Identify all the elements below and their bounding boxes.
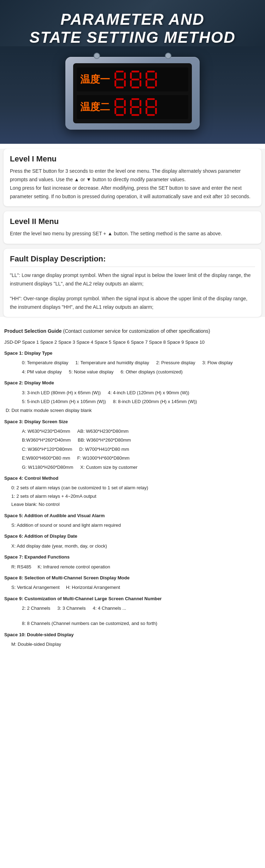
space1-1: 1: Temperature and humidity display [75, 359, 149, 367]
guide-note: (Contact customer service for customizat… [63, 328, 210, 334]
digit-1-3 [145, 70, 158, 89]
space2-5: 5: 5-inch LED (140mm (H) x 105mm (W)) [22, 397, 106, 406]
digit-2-3 [145, 97, 158, 117]
space3-b: B:W360*H*260*D40mm [22, 436, 71, 444]
space3-items: A: W630*H230*D40mm AB: W630*H230*D80mm B… [4, 427, 261, 471]
space1-6: 6: Other displays (customized) [120, 368, 183, 376]
space2-row1: 3: 3-inch LED (80mm (H) x 65mm (W)) 4: 4… [11, 389, 261, 397]
space3-bb: BB: W360*H*260*D80mm [78, 436, 131, 444]
guide-model-line: JSD-DP Space 1 Space 2 Space 3 Space 4 S… [4, 338, 261, 346]
space1-3: 3: Flow display [202, 359, 232, 367]
space5-items: S: Addition of sound or sound and light … [4, 521, 261, 529]
space2-label: Space 2: Display Mode [4, 379, 261, 387]
space10-label: Space 10: Double-sided Display [4, 631, 261, 639]
space2-row2: 5: 5-inch LED (140mm (H) x 105mm (W)) 8:… [11, 397, 261, 406]
digit-1-2 [129, 70, 142, 89]
space1-row2: 4: PM value display 5: Noise value displ… [11, 368, 261, 376]
header-section: PARAMETER AND STATE SETTING METHOD [0, 0, 265, 46]
space3-row5: G: W1180*H260*D80mm X: Custom size by cu… [11, 463, 261, 471]
guide-main-title: Product Selection Guide (Contact custome… [4, 327, 261, 336]
space1-label: Space 1: Display Type [4, 349, 261, 357]
space6-x: X: Add display date (year, month, day, o… [11, 542, 261, 550]
level1-title: Level I Menu [10, 154, 255, 164]
space9-items: 2: 2 Channels 3: 3 Channels 4: 4 Channel… [4, 604, 261, 628]
space3-e: E:W800*H600*D80 mm [22, 454, 70, 462]
space9-3: 3: 3 Channels [57, 604, 86, 612]
space5-s: S: Addition of sound or sound and light … [11, 521, 261, 529]
display-row-2: 温度二 [77, 95, 188, 119]
space4-label: Space 4: Control Method [4, 474, 261, 482]
space1-2: 2: Pressure display [156, 359, 195, 367]
space3-c: C: W360*H*120*D80mm [22, 445, 72, 453]
display-panel: 温度一 [73, 63, 192, 123]
space3-row4: E:W800*H600*D80 mm F: W1000*H*600*D80mm [11, 454, 261, 462]
guide-section: Product Selection Guide (Contact custome… [0, 322, 265, 655]
digit-2-2 [129, 97, 142, 117]
digit-2-1 [113, 97, 127, 117]
space3-ab: AB: W630*H230*D80mm [77, 427, 129, 435]
space7-items: R: RS485 K: Infrared remote control oper… [4, 563, 261, 571]
space8-label: Space 8: Selection of Multi-Channel Scre… [4, 574, 261, 582]
space1-0: 0: Temperature display [22, 359, 68, 367]
space2-items: 3: 3-inch LED (80mm (H) x 65mm (W)) 4: 4… [4, 389, 261, 406]
space3-row2: B:W360*H*260*D40mm BB: W360*H*260*D80mm [11, 436, 261, 444]
fault-item-2: "HH": Over-range display prompt symbol. … [10, 295, 255, 312]
device-area: 温度一 [0, 46, 265, 144]
level1-text: Press the SET button for 3 seconds to en… [10, 167, 255, 201]
space2-8: 8: 8-inch LED (200mm (H) x 145mm (W)) [113, 397, 197, 406]
space10-items: M: Double-sided Display [4, 640, 261, 648]
temp-label-1: 温度一 [80, 73, 110, 86]
space9-label: Space 9: Customization of Multi-Channel … [4, 595, 261, 603]
space6-label: Space 6: Addition of Display Date [4, 532, 261, 540]
digit-1-1 [113, 70, 127, 89]
header-title: PARAMETER AND STATE SETTING METHOD [7, 11, 258, 46]
seg-display-1 [113, 70, 158, 89]
space4-blank: Leave blank: No control [11, 500, 261, 508]
space9-row1: 2: 2 Channels 3: 3 Channels 4: 4 Channel… [11, 604, 261, 628]
space2-3: 3: 3-inch LED (80mm (H) x 65mm (W)) [22, 389, 101, 397]
space3-x: X: Custom size by customer [80, 463, 137, 471]
space9-4: 4: 4 Channels ... [93, 604, 126, 612]
space2-4: 4: 4-inch LED (120mm (H) x 90mm (W)) [108, 389, 189, 397]
space8-items: S: Vertical Arrangement H: Horizontal Ar… [4, 583, 261, 591]
content-section: Level I Menu Press the SET button for 3 … [0, 149, 265, 317]
device-box: 温度一 [65, 57, 200, 130]
space9-2: 2: 2 Channels [22, 604, 50, 612]
space1-items: 0: Temperature display 1: Temperature an… [4, 359, 261, 376]
space3-row3: C: W360*H*120*D80mm D: W700*H410*D80 mm [11, 445, 261, 453]
display-row-1: 温度一 [77, 67, 188, 91]
space4-items: 0: 2 sets of alarm relays (can be custom… [4, 484, 261, 508]
temp-label-2: 温度二 [80, 100, 110, 114]
space3-row1: A: W630*H230*D40mm AB: W630*H230*D80mm [11, 427, 261, 435]
space7-label: Space 7: Expanded Functions [4, 553, 261, 561]
space3-d: D: W700*H410*D80 mm [79, 445, 129, 453]
space1-row1: 0: Temperature display 1: Temperature an… [11, 359, 261, 367]
level2-card: Level II Menu Enter the level two menu b… [4, 211, 261, 244]
level2-title: Level II Menu [10, 217, 255, 226]
fault-item-1: "LL": Low range display prompt symbol. W… [10, 271, 255, 288]
space3-f: F: W1000*H*600*D80mm [77, 454, 130, 462]
space5-label: Space 5: Addition of Audible and Visual … [4, 512, 261, 520]
space3-a: A: W630*H230*D40mm [22, 427, 70, 435]
level2-text: Enter the level two menu by pressing SET… [10, 230, 255, 238]
fault-card: Fault Display Description: "LL": Low ran… [4, 249, 261, 317]
space4-1: 1: 2 sets of alarm relays + 4~20mA outpu… [11, 492, 261, 500]
level1-card: Level I Menu Press the SET button for 3 … [4, 149, 261, 206]
space1-5: 5: Noise value display [69, 368, 113, 376]
space6-items: X: Add display date (year, month, day, o… [4, 542, 261, 550]
seg-display-2 [113, 97, 158, 117]
space1-4: 4: PM value display [22, 368, 62, 376]
fault-title: Fault Display Description: [10, 254, 255, 267]
space3-g: G: W1180*H260*D80mm [22, 463, 73, 471]
space7-r: R: RS485 K: Infrared remote control oper… [11, 564, 110, 569]
space8-s: S: Vertical Arrangement H: Horizontal Ar… [11, 585, 120, 590]
space3-label: Space 3: Display Screen Size [4, 418, 261, 426]
space4-0: 0: 2 sets of alarm relays (can be custom… [11, 484, 261, 492]
space10-m: M: Double-sided Display [11, 640, 261, 648]
space9-8: 8: 8 Channels (Channel numbers can be cu… [22, 619, 157, 627]
space2-extra: D: Dot matrix module screen display blan… [4, 406, 261, 414]
